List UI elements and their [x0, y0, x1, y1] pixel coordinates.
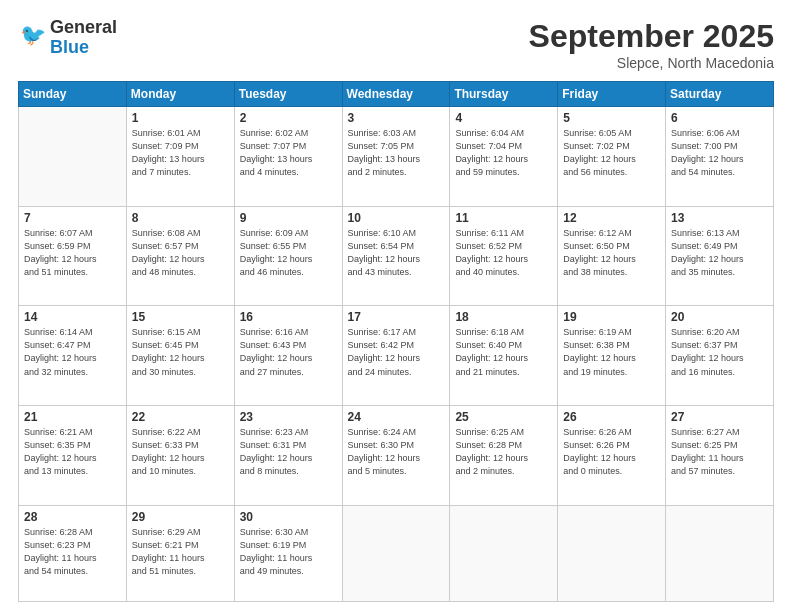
- day-info: Sunrise: 6:06 AM Sunset: 7:00 PM Dayligh…: [671, 127, 768, 179]
- calendar-cell: 4Sunrise: 6:04 AM Sunset: 7:04 PM Daylig…: [450, 107, 558, 207]
- day-info: Sunrise: 6:14 AM Sunset: 6:47 PM Dayligh…: [24, 326, 121, 378]
- day-number: 25: [455, 410, 552, 424]
- day-number: 3: [348, 111, 445, 125]
- calendar-day-header: Sunday: [19, 82, 127, 107]
- calendar-day-header: Saturday: [666, 82, 774, 107]
- day-info: Sunrise: 6:29 AM Sunset: 6:21 PM Dayligh…: [132, 526, 229, 578]
- day-info: Sunrise: 6:05 AM Sunset: 7:02 PM Dayligh…: [563, 127, 660, 179]
- calendar-cell: 20Sunrise: 6:20 AM Sunset: 6:37 PM Dayli…: [666, 306, 774, 406]
- calendar-cell: 15Sunrise: 6:15 AM Sunset: 6:45 PM Dayli…: [126, 306, 234, 406]
- day-number: 6: [671, 111, 768, 125]
- day-info: Sunrise: 6:02 AM Sunset: 7:07 PM Dayligh…: [240, 127, 337, 179]
- calendar-cell: 26Sunrise: 6:26 AM Sunset: 6:26 PM Dayli…: [558, 406, 666, 506]
- day-info: Sunrise: 6:16 AM Sunset: 6:43 PM Dayligh…: [240, 326, 337, 378]
- calendar-week-row: 28Sunrise: 6:28 AM Sunset: 6:23 PM Dayli…: [19, 505, 774, 601]
- day-number: 29: [132, 510, 229, 524]
- calendar-cell: 18Sunrise: 6:18 AM Sunset: 6:40 PM Dayli…: [450, 306, 558, 406]
- calendar-week-row: 7Sunrise: 6:07 AM Sunset: 6:59 PM Daylig…: [19, 206, 774, 306]
- day-number: 16: [240, 310, 337, 324]
- calendar-cell: 30Sunrise: 6:30 AM Sunset: 6:19 PM Dayli…: [234, 505, 342, 601]
- calendar-day-header: Tuesday: [234, 82, 342, 107]
- calendar-cell: 12Sunrise: 6:12 AM Sunset: 6:50 PM Dayli…: [558, 206, 666, 306]
- title-block: September 2025 Slepce, North Macedonia: [529, 18, 774, 71]
- day-info: Sunrise: 6:15 AM Sunset: 6:45 PM Dayligh…: [132, 326, 229, 378]
- calendar-cell: 2Sunrise: 6:02 AM Sunset: 7:07 PM Daylig…: [234, 107, 342, 207]
- calendar-cell: 10Sunrise: 6:10 AM Sunset: 6:54 PM Dayli…: [342, 206, 450, 306]
- calendar-cell: 22Sunrise: 6:22 AM Sunset: 6:33 PM Dayli…: [126, 406, 234, 506]
- calendar-cell: [666, 505, 774, 601]
- day-number: 26: [563, 410, 660, 424]
- logo-line1: General: [50, 17, 117, 37]
- calendar-cell: 28Sunrise: 6:28 AM Sunset: 6:23 PM Dayli…: [19, 505, 127, 601]
- calendar-table: SundayMondayTuesdayWednesdayThursdayFrid…: [18, 81, 774, 602]
- calendar-cell: 21Sunrise: 6:21 AM Sunset: 6:35 PM Dayli…: [19, 406, 127, 506]
- day-info: Sunrise: 6:27 AM Sunset: 6:25 PM Dayligh…: [671, 426, 768, 478]
- day-number: 19: [563, 310, 660, 324]
- day-info: Sunrise: 6:07 AM Sunset: 6:59 PM Dayligh…: [24, 227, 121, 279]
- day-number: 9: [240, 211, 337, 225]
- day-number: 4: [455, 111, 552, 125]
- day-number: 8: [132, 211, 229, 225]
- day-number: 23: [240, 410, 337, 424]
- logo-line2: Blue: [50, 37, 89, 57]
- calendar-week-row: 21Sunrise: 6:21 AM Sunset: 6:35 PM Dayli…: [19, 406, 774, 506]
- calendar-cell: [450, 505, 558, 601]
- calendar-day-header: Wednesday: [342, 82, 450, 107]
- calendar-cell: 14Sunrise: 6:14 AM Sunset: 6:47 PM Dayli…: [19, 306, 127, 406]
- day-info: Sunrise: 6:25 AM Sunset: 6:28 PM Dayligh…: [455, 426, 552, 478]
- day-number: 15: [132, 310, 229, 324]
- day-number: 14: [24, 310, 121, 324]
- day-number: 2: [240, 111, 337, 125]
- calendar-cell: 27Sunrise: 6:27 AM Sunset: 6:25 PM Dayli…: [666, 406, 774, 506]
- day-number: 21: [24, 410, 121, 424]
- day-number: 13: [671, 211, 768, 225]
- calendar-cell: 23Sunrise: 6:23 AM Sunset: 6:31 PM Dayli…: [234, 406, 342, 506]
- calendar-cell: 29Sunrise: 6:29 AM Sunset: 6:21 PM Dayli…: [126, 505, 234, 601]
- day-number: 5: [563, 111, 660, 125]
- day-info: Sunrise: 6:19 AM Sunset: 6:38 PM Dayligh…: [563, 326, 660, 378]
- day-info: Sunrise: 6:30 AM Sunset: 6:19 PM Dayligh…: [240, 526, 337, 578]
- day-info: Sunrise: 6:13 AM Sunset: 6:49 PM Dayligh…: [671, 227, 768, 279]
- day-info: Sunrise: 6:10 AM Sunset: 6:54 PM Dayligh…: [348, 227, 445, 279]
- calendar-day-header: Monday: [126, 82, 234, 107]
- day-number: 22: [132, 410, 229, 424]
- calendar-cell: 1Sunrise: 6:01 AM Sunset: 7:09 PM Daylig…: [126, 107, 234, 207]
- calendar-cell: 24Sunrise: 6:24 AM Sunset: 6:30 PM Dayli…: [342, 406, 450, 506]
- day-number: 10: [348, 211, 445, 225]
- day-number: 12: [563, 211, 660, 225]
- logo-text: General Blue: [50, 18, 117, 58]
- day-info: Sunrise: 6:11 AM Sunset: 6:52 PM Dayligh…: [455, 227, 552, 279]
- day-number: 24: [348, 410, 445, 424]
- day-info: Sunrise: 6:04 AM Sunset: 7:04 PM Dayligh…: [455, 127, 552, 179]
- calendar-cell: 5Sunrise: 6:05 AM Sunset: 7:02 PM Daylig…: [558, 107, 666, 207]
- logo-icon: 🐦: [20, 21, 50, 51]
- calendar-cell: [19, 107, 127, 207]
- calendar-cell: 7Sunrise: 6:07 AM Sunset: 6:59 PM Daylig…: [19, 206, 127, 306]
- day-info: Sunrise: 6:24 AM Sunset: 6:30 PM Dayligh…: [348, 426, 445, 478]
- day-number: 17: [348, 310, 445, 324]
- calendar-cell: 16Sunrise: 6:16 AM Sunset: 6:43 PM Dayli…: [234, 306, 342, 406]
- day-info: Sunrise: 6:18 AM Sunset: 6:40 PM Dayligh…: [455, 326, 552, 378]
- day-info: Sunrise: 6:12 AM Sunset: 6:50 PM Dayligh…: [563, 227, 660, 279]
- day-info: Sunrise: 6:09 AM Sunset: 6:55 PM Dayligh…: [240, 227, 337, 279]
- calendar-day-header: Friday: [558, 82, 666, 107]
- calendar-cell: 3Sunrise: 6:03 AM Sunset: 7:05 PM Daylig…: [342, 107, 450, 207]
- calendar-week-row: 1Sunrise: 6:01 AM Sunset: 7:09 PM Daylig…: [19, 107, 774, 207]
- calendar-cell: 13Sunrise: 6:13 AM Sunset: 6:49 PM Dayli…: [666, 206, 774, 306]
- header: 🐦 General Blue September 2025 Slepce, No…: [18, 18, 774, 71]
- day-info: Sunrise: 6:28 AM Sunset: 6:23 PM Dayligh…: [24, 526, 121, 578]
- calendar-cell: 19Sunrise: 6:19 AM Sunset: 6:38 PM Dayli…: [558, 306, 666, 406]
- calendar-header-row: SundayMondayTuesdayWednesdayThursdayFrid…: [19, 82, 774, 107]
- day-info: Sunrise: 6:08 AM Sunset: 6:57 PM Dayligh…: [132, 227, 229, 279]
- calendar-cell: 17Sunrise: 6:17 AM Sunset: 6:42 PM Dayli…: [342, 306, 450, 406]
- page: 🐦 General Blue September 2025 Slepce, No…: [0, 0, 792, 612]
- calendar-cell: 25Sunrise: 6:25 AM Sunset: 6:28 PM Dayli…: [450, 406, 558, 506]
- day-info: Sunrise: 6:22 AM Sunset: 6:33 PM Dayligh…: [132, 426, 229, 478]
- day-info: Sunrise: 6:01 AM Sunset: 7:09 PM Dayligh…: [132, 127, 229, 179]
- day-number: 11: [455, 211, 552, 225]
- day-number: 28: [24, 510, 121, 524]
- calendar-day-header: Thursday: [450, 82, 558, 107]
- day-number: 18: [455, 310, 552, 324]
- day-info: Sunrise: 6:21 AM Sunset: 6:35 PM Dayligh…: [24, 426, 121, 478]
- logo: 🐦 General Blue: [18, 18, 117, 58]
